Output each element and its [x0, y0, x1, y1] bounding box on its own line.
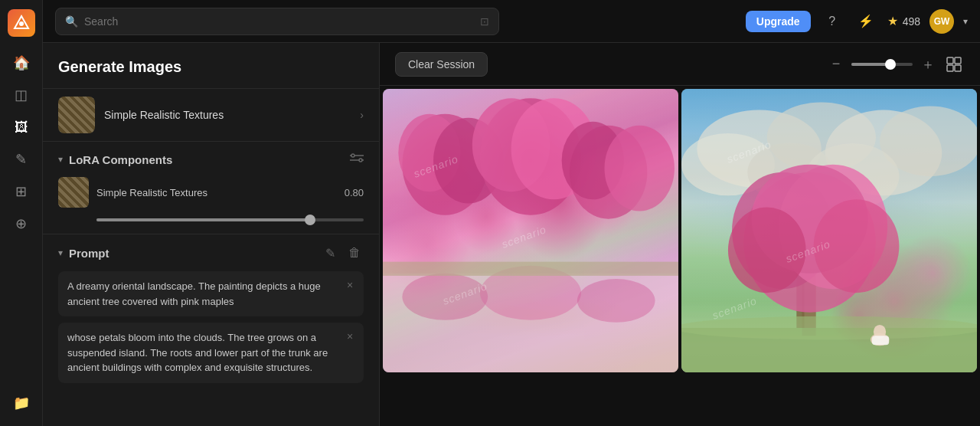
- right-panel: Clear Session − ＋: [380, 43, 980, 426]
- svg-rect-10: [947, 65, 953, 71]
- lora-title: LoRA Components: [69, 153, 344, 166]
- zoom-slider-thumb[interactable]: [885, 59, 896, 70]
- prompt-header[interactable]: ▾ Prompt ✎ 🗑: [58, 244, 364, 262]
- nav-templates[interactable]: ⊞: [8, 178, 35, 205]
- zoom-plus-icon[interactable]: ＋: [919, 55, 937, 74]
- credits-badge: ★ 498: [887, 14, 920, 28]
- prompt-chunk-1-text: A dreamy oriental landscape. The paintin…: [67, 280, 321, 307]
- svg-point-21: [605, 126, 675, 211]
- avatar-dropdown-icon[interactable]: ▾: [963, 16, 968, 27]
- zoom-minus-icon[interactable]: −: [827, 55, 845, 74]
- grid-view-button[interactable]: [943, 54, 965, 75]
- model-thumbnail: [58, 97, 95, 133]
- lora-item-name: Simple Realistic Textures: [96, 187, 337, 198]
- search-image-icon: ⊡: [480, 15, 489, 28]
- sidebar: Generate Images Simple Realistic Texture…: [43, 43, 380, 426]
- lora-thumbnail: [58, 177, 89, 208]
- lora-slider-container: [58, 215, 364, 224]
- svg-point-42: [814, 199, 900, 293]
- right-toolbar-right: − ＋: [827, 54, 965, 75]
- topbar: 🔍 ⊡ Upgrade ? ⚡ ★ 498 GW ▾: [43, 0, 980, 43]
- prompt-chunk-2-close[interactable]: ×: [342, 329, 358, 344]
- nav-generate[interactable]: 🖼: [8, 113, 35, 141]
- prompt-delete-icon[interactable]: 🗑: [345, 244, 364, 262]
- star-icon: ★: [887, 14, 898, 28]
- zoom-slider-fill: [851, 63, 888, 66]
- prompt-chunk-1[interactable]: A dreamy oriental landscape. The paintin…: [58, 271, 364, 316]
- svg-rect-8: [947, 57, 953, 64]
- svg-point-25: [577, 279, 655, 323]
- svg-rect-47: [872, 336, 889, 345]
- search-box[interactable]: 🔍 ⊡: [55, 8, 499, 35]
- upgrade-button[interactable]: Upgrade: [746, 11, 811, 32]
- lora-item-value: 0.80: [345, 187, 364, 198]
- topbar-right: Upgrade ? ⚡ ★ 498 GW ▾: [746, 9, 968, 34]
- lora-slider-thumb[interactable]: [305, 215, 315, 225]
- credits-value: 498: [903, 15, 920, 28]
- svg-point-44: [681, 316, 977, 339]
- model-name: Simple Realistic Textures: [104, 109, 351, 121]
- svg-point-1: [19, 21, 24, 26]
- image-card-2[interactable]: scenario scenario scenario: [681, 89, 977, 372]
- nav-add[interactable]: ⊕: [8, 210, 35, 238]
- prompt-section: ▾ Prompt ✎ 🗑 A dreamy oriental landscape…: [43, 234, 379, 398]
- svg-point-41: [728, 208, 806, 293]
- prompt-chunk-2[interactable]: whose petals bloom into the clouds. The …: [58, 323, 364, 383]
- nav-edit[interactable]: ✎: [8, 146, 35, 173]
- svg-rect-9: [955, 57, 961, 64]
- nav-layers[interactable]: ◫: [8, 81, 35, 109]
- nav-folder[interactable]: 📁: [8, 389, 35, 417]
- lora-item: Simple Realistic Textures 0.80: [58, 177, 364, 224]
- lora-settings-icon[interactable]: [350, 151, 364, 168]
- logo-icon[interactable]: [8, 9, 35, 37]
- right-toolbar: Clear Session − ＋: [380, 43, 980, 86]
- svg-point-23: [402, 274, 488, 320]
- lora-section: ▾ LoRA Components: [43, 141, 379, 234]
- help-icon[interactable]: ?: [820, 9, 844, 34]
- lightning-icon[interactable]: ⚡: [854, 9, 878, 34]
- zoom-slider[interactable]: [851, 63, 913, 66]
- lora-header[interactable]: ▾ LoRA Components: [58, 151, 364, 168]
- clear-session-button[interactable]: Clear Session: [395, 52, 488, 77]
- svg-point-2: [351, 154, 354, 157]
- model-chevron-icon: ›: [360, 109, 364, 121]
- sidebar-title: Generate Images: [43, 43, 379, 88]
- svg-point-3: [359, 159, 362, 162]
- prompt-chunk-1-close[interactable]: ×: [342, 277, 358, 293]
- prompt-chunk-2-text: whose petals bloom into the clouds. The …: [67, 332, 328, 373]
- svg-rect-11: [955, 65, 961, 71]
- image-card-1[interactable]: scenario scenario scenario: [383, 89, 678, 372]
- prompt-title: Prompt: [69, 247, 315, 260]
- avatar[interactable]: GW: [929, 9, 954, 34]
- prompt-edit-icon[interactable]: ✎: [321, 244, 339, 262]
- lora-slider-fill: [96, 218, 310, 221]
- search-icon: 🔍: [65, 15, 78, 28]
- prompt-collapse-icon: ▾: [58, 247, 63, 258]
- nav-home[interactable]: 🏠: [8, 49, 35, 77]
- svg-rect-26: [383, 262, 678, 276]
- model-row[interactable]: Simple Realistic Textures ›: [43, 88, 379, 141]
- lora-collapse-icon: ▾: [58, 154, 63, 165]
- search-input[interactable]: [84, 15, 474, 28]
- image-grid: scenario scenario scenario: [380, 86, 980, 426]
- icon-rail: 🏠 ◫ 🖼 ✎ ⊞ ⊕ 📁: [0, 0, 43, 426]
- lora-slider-track[interactable]: [96, 218, 364, 221]
